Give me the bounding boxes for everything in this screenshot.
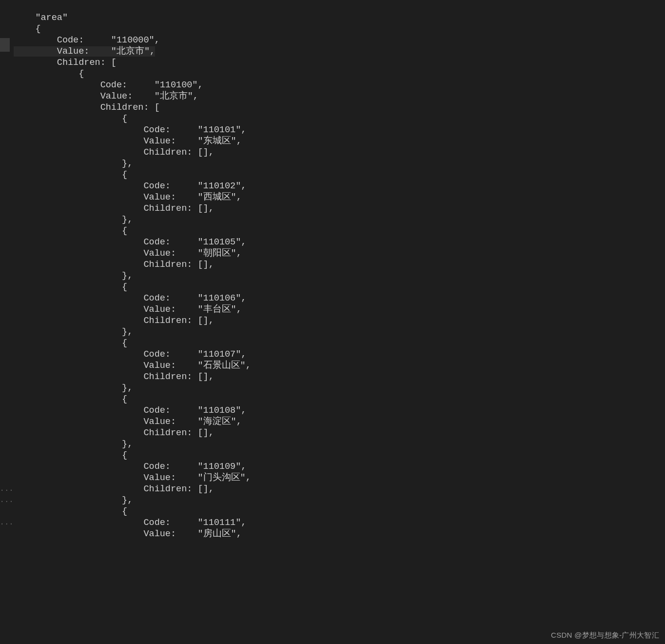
code-line: Code: "110105",: [14, 237, 246, 247]
code-line: {: [14, 506, 127, 517]
code-line: },: [14, 383, 133, 393]
code-line: Value: "房山区",: [14, 529, 242, 539]
code-line: Code: "110111",: [14, 518, 246, 528]
code-line: Value: "东城区",: [14, 136, 242, 146]
code-line: Code: "110101",: [14, 125, 246, 135]
code-line: Code: "110107",: [14, 349, 246, 360]
code-line: Children: [: [14, 102, 160, 113]
code-line: {: [14, 226, 127, 236]
code-line: Code: "110109",: [14, 462, 246, 472]
code-line: {: [14, 24, 41, 34]
code-line: "area": [14, 13, 68, 23]
code-line: Code: "110100",: [14, 80, 203, 90]
code-line: },: [14, 159, 133, 169]
line-gutter: ... ... ...: [0, 0, 10, 644]
code-line: Children: [],: [14, 484, 214, 494]
code-line: Value: "海淀区",: [14, 417, 242, 427]
code-line: Value: "丰台区",: [14, 304, 242, 315]
code-line: {: [14, 338, 127, 348]
code-line: {: [14, 394, 127, 404]
fold-indicator[interactable]: ...: [0, 519, 10, 526]
code-line: Children: [],: [14, 260, 214, 270]
code-line: Code: "110000",: [14, 35, 160, 45]
code-editor: ... ... ... "area" { Code: "110000", Val…: [0, 0, 665, 644]
code-line: {: [14, 69, 84, 79]
code-line: Children: [],: [14, 203, 214, 214]
code-line: Value: "北京市",: [14, 91, 198, 101]
code-line: {: [14, 170, 127, 180]
code-line: {: [14, 114, 127, 124]
code-line: Value: "门头沟区",: [14, 473, 251, 483]
code-line: Code: "110102",: [14, 181, 246, 191]
code-line: Children: [],: [14, 316, 214, 326]
code-line: Children: [],: [14, 147, 214, 158]
code-line: },: [14, 215, 133, 225]
current-line-marker: [0, 38, 10, 52]
code-line: {: [14, 282, 127, 292]
code-line: {: [14, 450, 127, 461]
code-line: },: [14, 327, 133, 337]
code-line: },: [14, 495, 133, 505]
code-line: },: [14, 439, 133, 449]
fold-indicator[interactable]: ...: [0, 485, 10, 493]
code-line: Value: "西城区",: [14, 192, 242, 202]
code-line: Children: [: [14, 58, 117, 68]
watermark-text: CSDN @梦想与想象-广州大智汇: [551, 631, 659, 640]
code-line: Value: "朝阳区",: [14, 248, 242, 259]
code-line: Children: [],: [14, 372, 214, 382]
code-line: Code: "110106",: [14, 293, 246, 303]
code-line: },: [14, 271, 133, 281]
code-line: Value: "北京市",: [14, 46, 155, 57]
code-area[interactable]: "area" { Code: "110000", Value: "北京市", C…: [10, 0, 665, 644]
fold-indicator[interactable]: ...: [0, 496, 10, 504]
code-line: Value: "石景山区",: [14, 361, 251, 371]
code-line: Children: [],: [14, 428, 214, 438]
code-line: Code: "110108",: [14, 405, 246, 416]
